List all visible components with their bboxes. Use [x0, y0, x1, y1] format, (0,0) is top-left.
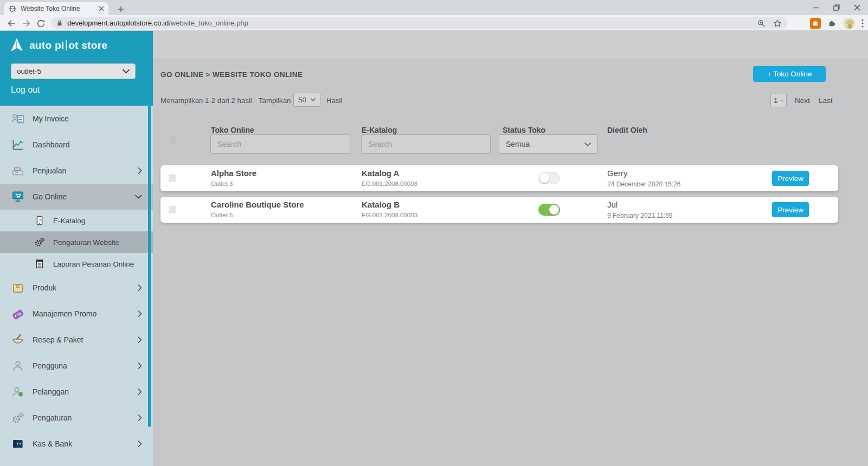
website-settings-gears-icon: [34, 236, 46, 248]
store-outlet: Outlet 5: [211, 212, 233, 218]
catalog-name: Katalog A: [362, 169, 399, 178]
column-header-status-toko: Status Toko: [503, 126, 545, 134]
sidebar-scrollbar[interactable]: [148, 106, 151, 427]
sidebar-item-e-katalog[interactable]: E-Katalog: [0, 210, 153, 231]
browser-menu-kebab-icon[interactable]: [861, 19, 864, 28]
per-page-suffix-label: Hasil: [326, 96, 342, 105]
site-favicon-icon: [9, 5, 16, 12]
profile-avatar[interactable]: [844, 18, 855, 29]
catalog-code: EG.001.2008.00003: [362, 180, 417, 187]
window-minimize-button[interactable]: [813, 5, 819, 11]
store-name: Caroline Boutique Store: [211, 200, 304, 209]
chevron-right-icon: [138, 284, 142, 292]
sidebar-item-label: E-Katalog: [53, 217, 85, 225]
sidebar-item-label: Manajemen Promo: [33, 309, 97, 318]
sidebar-item-penjualan[interactable]: Penjualan: [0, 158, 153, 184]
editor-name: Gerry: [607, 169, 628, 178]
catalog-name: Katalog B: [362, 200, 400, 209]
row-checkbox[interactable]: [169, 174, 176, 182]
cash-register-icon: [11, 164, 25, 178]
per-page-select[interactable]: 50: [293, 93, 320, 107]
sidebar-item-pelanggan[interactable]: Pelanggan: [0, 379, 153, 405]
sidebar-item-laporan-pesanan-online[interactable]: Laporan Pesanan Online: [0, 253, 153, 275]
outlet-select[interactable]: outlet-5: [11, 63, 136, 79]
url-text: development.autopilotstore.co.id/website…: [67, 19, 248, 27]
online-store-monitor-icon: [11, 190, 25, 204]
column-header-diedit-oleh: Diedit Oleh: [607, 126, 647, 134]
preview-button[interactable]: Preview: [772, 202, 809, 217]
preview-button[interactable]: Preview: [772, 171, 809, 186]
edited-timestamp: 24 December 2020 15:26: [607, 180, 680, 188]
sidebar-item-resep-paket[interactable]: Resep & Paket: [0, 327, 153, 353]
sidebar-item-produk[interactable]: Produk: [0, 275, 153, 301]
sidebar-menu: My Invoice Dashboard Penjualan Go Online: [0, 106, 153, 457]
chevron-right-icon: [138, 415, 142, 422]
sidebar-item-label: Pengaturan: [33, 413, 72, 422]
safe-vault-icon: [11, 437, 25, 451]
status-filter-select[interactable]: Semua: [499, 134, 598, 154]
zoom-page-icon[interactable]: [757, 19, 766, 28]
promo-tag-icon: %: [11, 307, 25, 321]
status-toggle[interactable]: [538, 204, 560, 216]
url-bar[interactable]: development.autopilotstore.co.id/website…: [51, 17, 787, 29]
app-logo-text: auto pi|ot store: [29, 38, 107, 51]
browser-tab-strip: Website Toko Online: [0, 0, 868, 15]
sidebar-item-pengaturan[interactable]: Pengaturan: [0, 405, 153, 431]
chevron-right-icon: [138, 336, 142, 344]
pagination-next-link[interactable]: Next: [795, 96, 810, 105]
per-page-label: Tampilkan: [259, 96, 291, 105]
window-restore-button[interactable]: [833, 4, 840, 11]
breadcrumb: GO ONLINE > WEBSITE TOKO ONLINE: [160, 70, 303, 79]
sidebar: auto pi|ot store outlet-5 Log out My Inv…: [0, 31, 153, 466]
sidebar-item-label: Pengaturan Website: [53, 238, 119, 247]
sidebar-item-go-online[interactable]: Go Online: [0, 184, 153, 210]
tab-close-icon[interactable]: [99, 6, 104, 11]
shop-extension-icon[interactable]: [810, 18, 821, 29]
back-button-icon[interactable]: [5, 17, 17, 29]
product-box-icon: [11, 281, 25, 295]
sidebar-header: auto pi|ot store outlet-5 Log out: [0, 31, 153, 106]
sidebar-item-kas-bank[interactable]: Kas & Bank: [0, 431, 153, 457]
sidebar-item-label: Dashboard: [33, 140, 70, 149]
sidebar-item-dashboard[interactable]: Dashboard: [0, 132, 153, 158]
sidebar-item-my-invoice[interactable]: My Invoice: [0, 106, 153, 132]
edited-timestamp: 9 February 2021 11:55: [607, 212, 673, 219]
sidebar-item-manajemen-promo[interactable]: % Manajemen Promo: [0, 301, 153, 327]
forward-button-icon[interactable]: [21, 17, 33, 29]
ekatalog-phone-icon: [34, 215, 46, 226]
sidebar-item-label: Pelanggan: [33, 387, 69, 396]
sidebar-item-pengaturan-website[interactable]: Pengaturan Website: [0, 231, 153, 253]
toko-online-search-input[interactable]: [210, 134, 350, 154]
row-checkbox[interactable]: [169, 206, 176, 213]
logout-link[interactable]: Log out: [11, 85, 40, 95]
pagination-last-link[interactable]: Last: [819, 96, 833, 105]
paper-plane-logo-icon: [10, 37, 24, 53]
table-row: Caroline Boutique Store Outlet 5 Katalog…: [160, 197, 838, 223]
reload-button-icon[interactable]: [35, 17, 47, 29]
column-header-e-katalog: E-Katalog: [362, 126, 397, 134]
e-katalog-search-input[interactable]: [361, 134, 491, 154]
browser-tab[interactable]: Website Toko Online: [4, 2, 108, 15]
extensions-puzzle-icon[interactable]: [827, 18, 837, 28]
window-close-button[interactable]: [854, 4, 860, 11]
select-all-checkbox[interactable]: [169, 136, 176, 144]
bookmark-star-icon[interactable]: [773, 19, 782, 28]
invoice-icon: [11, 112, 25, 126]
dashboard-chart-icon: [11, 138, 25, 152]
add-toko-online-button[interactable]: + Toko Online: [753, 66, 826, 82]
chevron-right-icon: [138, 167, 142, 174]
new-tab-button[interactable]: [115, 3, 127, 15]
chevron-down-icon: [123, 69, 130, 74]
lock-icon[interactable]: [56, 20, 63, 27]
page-select[interactable]: 1: [770, 94, 787, 107]
status-toggle[interactable]: [538, 172, 560, 184]
store-outlet: Outlet 3: [211, 180, 233, 187]
main-content: GO ONLINE > WEBSITE TOKO ONLINE + Toko O…: [153, 31, 868, 466]
sidebar-item-label: Pengguna: [33, 361, 67, 370]
mortar-pestle-icon: [11, 333, 25, 347]
content-topbar: [153, 31, 868, 59]
sidebar-item-pengguna[interactable]: Pengguna: [0, 353, 153, 379]
chevron-down-icon: [135, 195, 142, 199]
catalog-code: EG.001.2008.00003: [362, 212, 417, 218]
chevron-right-icon: [138, 363, 142, 370]
